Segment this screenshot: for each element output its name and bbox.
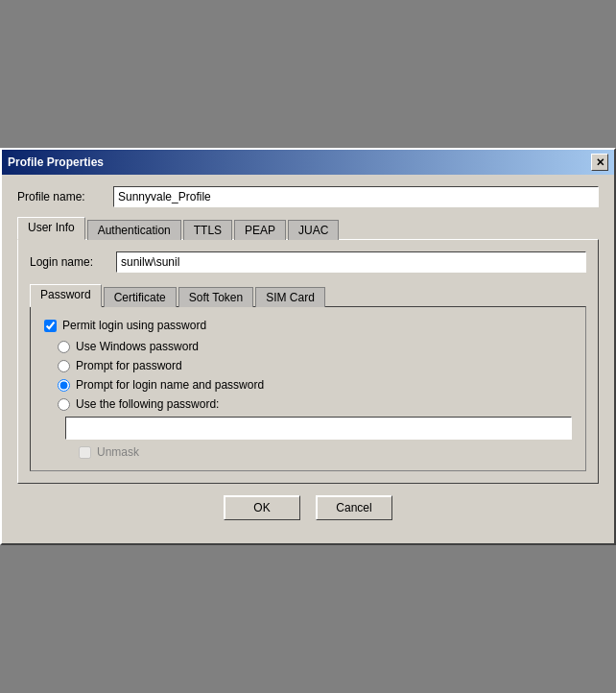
profile-name-input[interactable] [113, 186, 599, 207]
permit-login-row: Permit login using password [44, 319, 572, 332]
inner-tab-panel: Permit login using password Use Windows … [30, 306, 586, 471]
permit-login-label[interactable]: Permit login using password [62, 319, 206, 332]
prompt-password-radio[interactable] [58, 360, 70, 372]
use-following-radio[interactable] [58, 398, 70, 411]
unmask-row: Unmask [79, 445, 572, 459]
permit-login-checkbox[interactable] [44, 320, 57, 332]
login-name-row: Login name: [30, 251, 586, 273]
inner-tabs: Password Certificate Soft Token SIM Card [30, 284, 586, 307]
tab-user-info[interactable]: User Info [17, 217, 85, 240]
tab-ttls[interactable]: TTLS [183, 220, 232, 240]
close-button[interactable]: ✕ [591, 154, 608, 171]
prompt-password-label[interactable]: Prompt for password [76, 359, 182, 372]
inner-tab-password[interactable]: Password [30, 284, 102, 307]
use-following-row: Use the following password: [58, 397, 572, 411]
prompt-login-radio[interactable] [58, 379, 70, 392]
use-windows-label[interactable]: Use Windows password [76, 340, 199, 353]
tab-authentication[interactable]: Authentication [87, 220, 181, 240]
unmask-checkbox[interactable] [79, 446, 91, 459]
profile-name-row: Profile name: [17, 186, 599, 207]
tab-peap[interactable]: PEAP [234, 220, 286, 240]
window-title: Profile Properties [8, 155, 104, 169]
password-input[interactable] [65, 417, 572, 440]
login-name-input[interactable] [116, 251, 586, 273]
use-windows-radio[interactable] [58, 341, 70, 353]
tab-juac[interactable]: JUAC [288, 220, 339, 240]
ok-button[interactable]: OK [224, 495, 300, 520]
use-windows-row: Use Windows password [58, 340, 572, 353]
unmask-label[interactable]: Unmask [97, 445, 139, 459]
use-following-label[interactable]: Use the following password: [76, 397, 219, 411]
password-field-container [65, 417, 572, 440]
prompt-login-row: Prompt for login name and password [58, 378, 572, 392]
inner-tab-certificate[interactable]: Certificate [104, 287, 177, 307]
inner-tab-soft-token[interactable]: Soft Token [178, 287, 253, 307]
profile-properties-window: Profile Properties ✕ Profile name: User … [0, 148, 616, 545]
outer-tabs: User Info Authentication TTLS PEAP JUAC [17, 217, 599, 240]
title-bar: Profile Properties ✕ [2, 150, 614, 175]
cancel-button[interactable]: Cancel [316, 495, 392, 520]
login-name-label: Login name: [30, 255, 116, 269]
window-content: Profile name: User Info Authentication T… [2, 175, 614, 543]
footer: OK Cancel [17, 484, 599, 528]
prompt-password-row: Prompt for password [58, 359, 572, 372]
inner-tab-sim-card[interactable]: SIM Card [255, 287, 325, 307]
prompt-login-label[interactable]: Prompt for login name and password [76, 378, 264, 392]
outer-tab-panel: Login name: Password Certificate Soft To… [17, 239, 599, 484]
profile-name-label: Profile name: [17, 190, 113, 203]
